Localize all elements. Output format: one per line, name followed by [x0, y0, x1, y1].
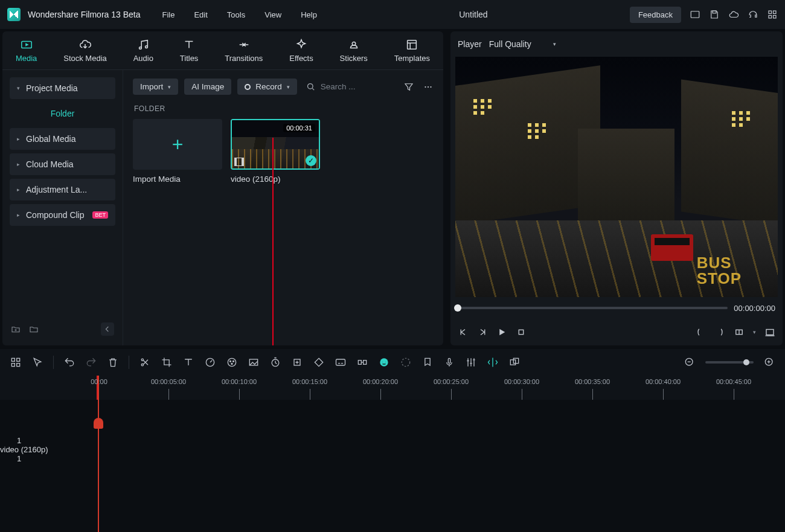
delete-icon[interactable]: [107, 356, 119, 368]
import-media-tile[interactable]: +: [133, 119, 222, 170]
filter-icon[interactable]: [403, 82, 414, 92]
svg-point-29: [233, 361, 234, 362]
selection-tool-icon[interactable]: [31, 356, 43, 368]
marker-icon[interactable]: [421, 356, 434, 368]
ruler-label: 00:00:40:00: [646, 378, 681, 385]
detach-audio-icon[interactable]: [356, 356, 368, 368]
collapse-sidebar-icon[interactable]: [101, 322, 114, 336]
preview-viewport[interactable]: BUS STOP: [455, 57, 778, 297]
keyframe-add-icon[interactable]: [291, 356, 303, 368]
ruler-label: 00:00:25:00: [434, 378, 469, 385]
duration-badge: 00:00:31: [283, 124, 315, 132]
sidebar-item-project-media[interactable]: ▾Project Media: [10, 77, 115, 99]
folder-icon[interactable]: [29, 324, 39, 334]
scrub-track[interactable]: [458, 307, 728, 309]
media-icon: [20, 38, 33, 51]
audio-track: 1: [0, 454, 785, 463]
crop-ratio-icon[interactable]: [734, 327, 745, 338]
cloud-down-icon: [78, 38, 92, 51]
keyframe-icon[interactable]: [313, 356, 325, 368]
ruler-label: 00:00:05:00: [151, 378, 186, 385]
mark-out-icon[interactable]: [714, 327, 725, 338]
svg-rect-21: [17, 358, 20, 361]
cloud-icon[interactable]: [728, 9, 739, 20]
menu-help[interactable]: Help: [301, 10, 317, 19]
scrub-handle[interactable]: [454, 304, 461, 312]
tab-titles[interactable]: Titles: [175, 38, 203, 63]
timeline-clip[interactable]: video (2160p): [0, 445, 785, 454]
auto-ripple-icon[interactable]: [487, 356, 499, 368]
menu-view[interactable]: View: [264, 10, 281, 19]
zoom-out-icon[interactable]: [684, 356, 696, 368]
mask-icon[interactable]: [248, 356, 260, 368]
timeline-ruler[interactable]: 00:00 00:00:05:00 00:00:10:00 00:00:15:0…: [97, 376, 785, 400]
menu-edit[interactable]: Edit: [194, 10, 207, 19]
render-icon[interactable]: [400, 356, 412, 368]
save-icon[interactable]: [709, 9, 720, 20]
titlebar-actions: Feedback: [630, 7, 778, 23]
group-icon[interactable]: [508, 356, 521, 368]
ai-assistant-icon[interactable]: [378, 356, 390, 368]
tab-audio[interactable]: Audio: [129, 38, 158, 63]
video-clip-tile[interactable]: 00:00:31 ✓: [231, 119, 320, 170]
search-input[interactable]: [321, 82, 369, 91]
sidebar-item-adjustment-layer[interactable]: ▸Adjustment La...: [10, 179, 115, 200]
fullscreen-icon[interactable]: [764, 327, 775, 338]
speed-icon[interactable]: [204, 356, 216, 368]
tab-media[interactable]: Media: [11, 38, 42, 63]
svg-rect-17: [519, 330, 524, 335]
headset-icon[interactable]: [748, 9, 758, 20]
sidebar-item-folder[interactable]: Folder: [10, 103, 115, 124]
tab-stickers[interactable]: Stickers: [335, 38, 373, 63]
ruler-label: 00:00:35:00: [575, 378, 610, 385]
layout-icon[interactable]: [690, 9, 700, 20]
crop-icon[interactable]: [161, 356, 173, 368]
video-track-lane[interactable]: video (2160p): [0, 445, 785, 454]
svg-point-30: [231, 364, 232, 365]
sidebar-item-compound-clip[interactable]: ▸Compound ClipBET: [10, 204, 115, 226]
color-icon[interactable]: [226, 356, 238, 368]
menu-file[interactable]: File: [162, 10, 175, 19]
feedback-button[interactable]: Feedback: [630, 7, 681, 23]
audio-mixer-icon[interactable]: [465, 356, 477, 368]
split-icon[interactable]: [139, 356, 151, 368]
record-dropdown[interactable]: Record▾: [237, 79, 297, 95]
zoom-in-icon[interactable]: [763, 356, 775, 368]
sidebar-item-global-media[interactable]: ▸Global Media: [10, 128, 115, 150]
svg-rect-11: [408, 40, 417, 50]
search-field[interactable]: [306, 82, 369, 92]
import-dropdown[interactable]: Import▾: [133, 79, 178, 95]
svg-rect-4: [769, 16, 772, 19]
tab-templates[interactable]: Templates: [389, 38, 435, 63]
undo-icon[interactable]: [63, 356, 75, 368]
redo-icon[interactable]: [85, 356, 97, 368]
stop-icon[interactable]: [516, 327, 527, 338]
grid-icon[interactable]: [767, 9, 778, 20]
chevron-down-icon[interactable]: ▾: [753, 329, 756, 335]
timer-icon[interactable]: [269, 356, 281, 368]
tab-transitions[interactable]: Transitions: [220, 38, 268, 63]
caret-icon: ▸: [17, 212, 20, 218]
subtitle-icon[interactable]: [335, 356, 347, 368]
menu-tools[interactable]: Tools: [227, 10, 245, 19]
zoom-slider[interactable]: [705, 361, 754, 364]
tab-stock-media[interactable]: Stock Media: [59, 38, 112, 63]
sidebar-item-cloud-media[interactable]: ▸Cloud Media: [10, 153, 115, 175]
mark-in-icon[interactable]: [695, 327, 706, 338]
plus-icon: +: [172, 133, 184, 156]
svg-rect-1: [713, 11, 716, 13]
next-frame-icon[interactable]: [477, 327, 488, 338]
play-icon[interactable]: [496, 327, 507, 338]
player-bar: Player Full Quality▾: [450, 31, 783, 57]
ruler-label: 00:00:15:00: [292, 378, 327, 385]
more-icon[interactable]: [423, 82, 434, 92]
tool-grid-icon[interactable]: [10, 356, 22, 368]
voice-icon[interactable]: [443, 356, 455, 368]
text-tool-icon[interactable]: [182, 356, 194, 368]
playhead[interactable]: [98, 376, 99, 532]
prev-frame-icon[interactable]: [458, 327, 469, 338]
quality-dropdown[interactable]: Full Quality▾: [489, 37, 556, 51]
ai-image-button[interactable]: AI Image: [184, 79, 231, 95]
tab-effects[interactable]: Effects: [284, 38, 318, 63]
new-folder-icon[interactable]: [11, 324, 21, 334]
